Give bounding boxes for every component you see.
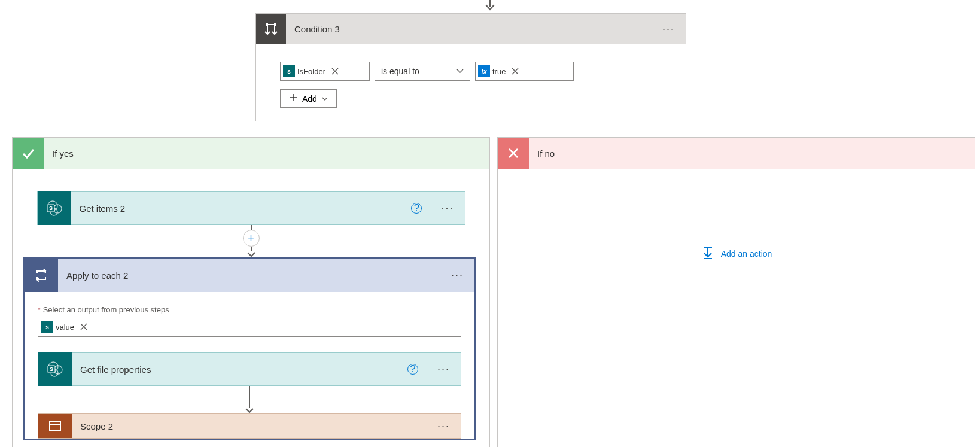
apply-to-each-header[interactable]: Apply to each 2 ··· [25,259,474,292]
svg-text:S: S [50,366,53,372]
add-step-button[interactable]: + [243,230,260,247]
action-scope[interactable]: Scope 2 ··· [38,413,461,439]
svg-rect-24 [50,421,60,431]
chevron-down-icon [322,95,328,103]
condition-icon [256,14,286,44]
help-icon[interactable]: ? [407,364,418,375]
condition-title: Condition 3 [286,24,652,34]
chevron-down-icon [456,67,464,75]
action-get-file-properties[interactable]: S Get file properties ? ··· [38,352,461,386]
action-more-menu[interactable]: ··· [430,202,464,215]
svg-text:S: S [48,205,52,211]
remove-token-icon[interactable] [510,66,520,76]
scope-icon [38,413,72,439]
branch-yes-header[interactable]: If yes [13,138,489,169]
action-more-menu[interactable]: ··· [440,269,474,282]
apply-each-field-label: * Select an output from previous steps [38,305,461,314]
branch-no-header[interactable]: If no [498,138,975,169]
svg-rect-3 [274,23,276,26]
condition-left-operand[interactable]: s IsFolder [280,62,370,81]
branch-yes: If yes S Get items 2 ? [12,137,490,447]
action-more-menu[interactable]: ··· [427,363,461,376]
action-get-items[interactable]: S Get items 2 ? ··· [37,191,465,225]
remove-token-icon[interactable] [79,322,89,332]
action-apply-to-each[interactable]: Apply to each 2 ··· * Select an output f… [23,257,476,440]
condition-more-menu[interactable]: ··· [652,23,686,35]
svg-rect-2 [266,23,268,26]
help-icon[interactable]: ? [411,203,422,214]
fx-icon: fx [478,65,490,77]
branch-no: If no Add an action [497,137,975,447]
plus-icon [289,93,297,104]
sharepoint-icon: s [41,321,53,333]
add-action-icon [701,245,715,261]
flow-arrow-top [483,0,497,13]
condition-header[interactable]: Condition 3 ··· [256,14,686,44]
sharepoint-icon: S [38,191,71,225]
check-icon [13,138,44,169]
arrow-down-icon [245,408,254,413]
apply-each-input[interactable]: s value [38,317,461,337]
add-action-button[interactable]: Add an action [701,245,772,261]
flow-connector: + [243,225,260,257]
arrow-down-icon [246,251,256,257]
sharepoint-icon: S [38,352,72,386]
action-more-menu[interactable]: ··· [427,420,461,433]
remove-token-icon[interactable] [330,66,340,76]
add-condition-button[interactable]: Add [280,89,337,108]
condition-operator-select[interactable]: is equal to [375,62,470,81]
condition-right-operand[interactable]: fx true [475,62,574,81]
flow-connector [38,386,461,413]
sharepoint-icon: s [283,65,295,77]
condition-card[interactable]: Condition 3 ··· s IsFolder is equal to [255,13,686,121]
loop-icon [25,259,58,292]
close-icon [498,138,529,169]
